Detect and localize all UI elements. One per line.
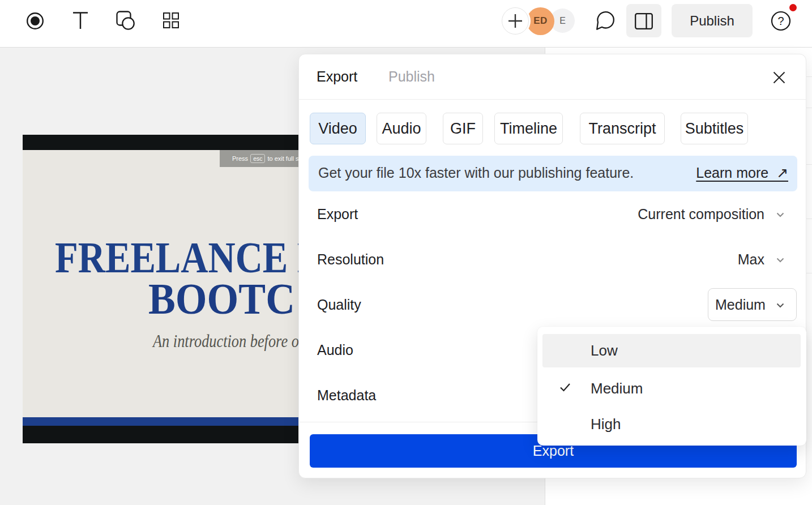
svg-text:?: ? xyxy=(777,15,784,27)
